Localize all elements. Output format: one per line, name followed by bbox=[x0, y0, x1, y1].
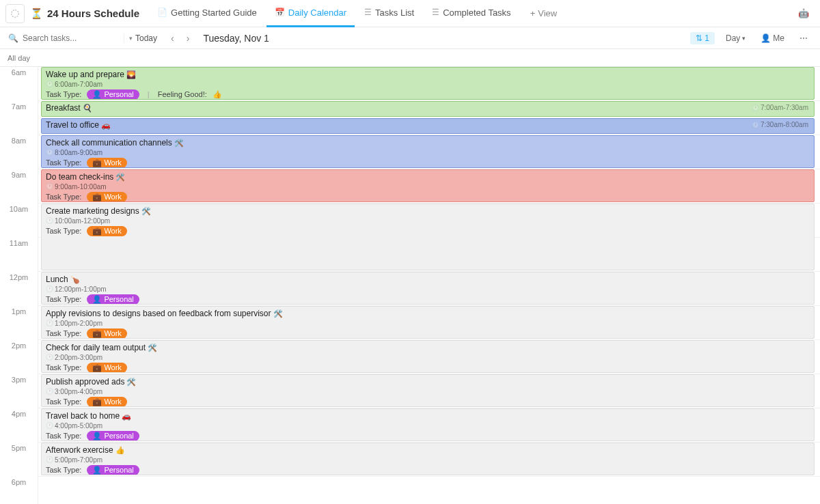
tab-completed-tasks[interactable]: ☰ Completed Tasks bbox=[424, 0, 519, 27]
calendar-icon: 📅 bbox=[275, 8, 285, 17]
hour-label: 7am bbox=[0, 101, 38, 135]
type-pill-work: 💼Work bbox=[87, 328, 126, 339]
event-lunch[interactable]: Lunch 🍗 🕐12:00pm-1:00pm Task Type: 👤Pers… bbox=[41, 272, 815, 305]
person-icon: 👤 bbox=[92, 295, 102, 304]
briefcase-icon: 💼 bbox=[92, 158, 102, 167]
type-pill-personal: 👤Personal bbox=[87, 465, 139, 475]
type-pill-work: 💼Work bbox=[87, 397, 126, 407]
event-title: Travel to office bbox=[46, 120, 99, 130]
tab-label: Daily Calendar bbox=[288, 8, 346, 18]
event-travel-home[interactable]: Travel back to home 🚗 🕐4:00pm-5:00pm Tas… bbox=[41, 408, 815, 441]
page-title-block: ⏳ 24 Hours Schedule bbox=[27, 8, 146, 20]
event-exercise[interactable]: Afterwork exercise 👍 🕐5:00pm-7:00pm Task… bbox=[41, 443, 815, 475]
person-icon: 👤 bbox=[92, 466, 102, 475]
briefcase-icon: 💼 bbox=[92, 363, 102, 372]
feeling-label: Feeling Good!: bbox=[158, 90, 207, 98]
task-type-label: Task Type: bbox=[46, 432, 81, 440]
event-time: 8:00am-9:00am bbox=[55, 149, 102, 156]
today-button[interactable]: Today bbox=[131, 33, 161, 43]
tab-daily-calendar[interactable]: 📅 Daily Calendar bbox=[266, 0, 355, 27]
event-time: 9:00am-10:00am bbox=[55, 183, 107, 191]
hour-label: 11am bbox=[0, 238, 38, 272]
search-icon: 🔍 bbox=[8, 33, 18, 43]
add-view-button[interactable]: + View bbox=[522, 8, 566, 18]
menu-button[interactable] bbox=[5, 4, 25, 23]
me-filter[interactable]: 👤 Me bbox=[756, 33, 789, 43]
event-travel-office[interactable]: Travel to office 🚗 🕐7:30am-8:00am bbox=[41, 118, 815, 134]
automation-icon[interactable]: 🤖 bbox=[793, 8, 815, 18]
event-time: 12:00pm-1:00pm bbox=[55, 285, 107, 293]
clock-icon: 🕐 bbox=[752, 122, 759, 128]
clock-icon: 🕐 bbox=[46, 285, 53, 292]
person-icon: 👤 bbox=[92, 90, 102, 99]
day-view-selector[interactable]: Day ▾ bbox=[722, 33, 750, 43]
event-breakfast[interactable]: Breakfast 🍳 🕐7:00am-7:30am bbox=[41, 101, 815, 117]
hour-label: 4pm bbox=[0, 408, 38, 443]
filter-bar: 🔍 ▾ Today ‹ › Tuesday, Nov 1 ⇅ 1 Day ▾ 👤… bbox=[0, 27, 820, 49]
tools-icon: 🛠️ bbox=[115, 173, 125, 181]
event-apply-revisions[interactable]: Apply revisions to designs based on feed… bbox=[41, 306, 815, 339]
hour-label: 9am bbox=[0, 169, 38, 204]
briefcase-icon: 💼 bbox=[92, 193, 102, 201]
filter-count: 1 bbox=[705, 33, 709, 43]
event-publish-ads[interactable]: Publish approved ads 🛠️ 🕐3:00pm-4:00pm T… bbox=[41, 374, 815, 407]
svg-point-0 bbox=[12, 10, 19, 17]
hour-label: 2pm bbox=[0, 340, 38, 374]
filter-icon: ⇅ bbox=[696, 33, 702, 43]
event-time: 7:00am-7:30am bbox=[761, 104, 808, 111]
search-input[interactable] bbox=[23, 33, 125, 43]
type-pill-work: 💼Work bbox=[87, 226, 126, 236]
task-type-label: Task Type: bbox=[46, 295, 81, 303]
top-bar: ⏳ 24 Hours Schedule 📄 Getting Started Gu… bbox=[0, 0, 820, 27]
tools-icon: 🛠️ bbox=[174, 139, 184, 147]
task-type-label: Task Type: bbox=[46, 193, 81, 201]
hour-label: 6pm bbox=[0, 477, 38, 504]
hour-label: 10am bbox=[0, 204, 38, 238]
event-title: Do team check-ins bbox=[46, 172, 113, 182]
event-time: 1:00pm-2:00pm bbox=[55, 320, 102, 327]
more-options[interactable]: ⋯ bbox=[795, 33, 812, 43]
thumbs-up-icon: 👍 bbox=[115, 446, 125, 454]
clock-icon: 🕐 bbox=[46, 388, 53, 395]
next-day-button[interactable]: › bbox=[184, 33, 193, 44]
event-check-comm[interactable]: Check all communication channels 🛠️ 🕐8:0… bbox=[41, 135, 815, 168]
calendar-body: 6am 7am 8am 9am 10am 11am 12pm 1pm 2pm 3… bbox=[0, 67, 820, 504]
tab-getting-started[interactable]: 📄 Getting Started Guide bbox=[149, 0, 265, 27]
task-type-label: Task Type: bbox=[46, 158, 81, 167]
chevron-down-icon[interactable]: ▾ bbox=[129, 35, 133, 42]
type-pill-personal: 👤Personal bbox=[87, 89, 139, 100]
task-type-label: Task Type: bbox=[46, 90, 81, 98]
event-time: 7:30am-8:00am bbox=[761, 121, 808, 128]
page-title: 24 Hours Schedule bbox=[47, 8, 139, 19]
list-icon: ☰ bbox=[432, 8, 439, 17]
chevron-down-icon: ▾ bbox=[742, 35, 746, 42]
event-check-output[interactable]: Check for daily team output 🛠️ 🕐2:00pm-3… bbox=[41, 340, 815, 373]
event-marketing-designs[interactable]: Create marketing designs 🛠️ 🕐10:00am-12:… bbox=[41, 204, 815, 270]
event-time: 10:00am-12:00pm bbox=[55, 217, 110, 225]
event-time: 4:00pm-5:00pm bbox=[55, 422, 102, 430]
tab-tasks-list[interactable]: ☰ Tasks List bbox=[356, 0, 422, 27]
hour-label: 1pm bbox=[0, 306, 38, 340]
type-pill-work: 💼Work bbox=[87, 363, 126, 373]
clock-icon: 🕐 bbox=[46, 81, 53, 87]
hour-label: 8am bbox=[0, 135, 38, 169]
clock-icon: 🕐 bbox=[46, 422, 53, 429]
event-team-checkins[interactable]: Do team check-ins 🛠️ 🕐9:00am-10:00am Tas… bbox=[41, 169, 815, 202]
clock-icon: 🕐 bbox=[46, 354, 53, 361]
briefcase-icon: 💼 bbox=[92, 329, 102, 338]
hourglass-icon: ⏳ bbox=[30, 8, 43, 20]
doc-icon: 📄 bbox=[157, 8, 167, 17]
briefcase-icon: 💼 bbox=[92, 227, 102, 236]
type-pill-work: 💼Work bbox=[87, 158, 126, 168]
event-wake-up[interactable]: Wake up and prepare 🌄 🕐6:00am-7:00am Tas… bbox=[41, 67, 815, 100]
filter-count-badge[interactable]: ⇅ 1 bbox=[690, 32, 715, 44]
task-type-label: Task Type: bbox=[46, 363, 81, 372]
event-title: Breakfast bbox=[46, 103, 81, 113]
sunrise-icon: 🌄 bbox=[126, 70, 136, 79]
current-date: Tuesday, Nov 1 bbox=[199, 33, 269, 44]
prev-day-button[interactable]: ‹ bbox=[168, 33, 177, 44]
events-column: Wake up and prepare 🌄 🕐6:00am-7:00am Tas… bbox=[38, 67, 820, 504]
search-box[interactable]: 🔍 ▾ bbox=[8, 33, 124, 43]
person-icon: 👤 bbox=[761, 33, 771, 43]
event-time: 6:00am-7:00am bbox=[55, 81, 102, 88]
